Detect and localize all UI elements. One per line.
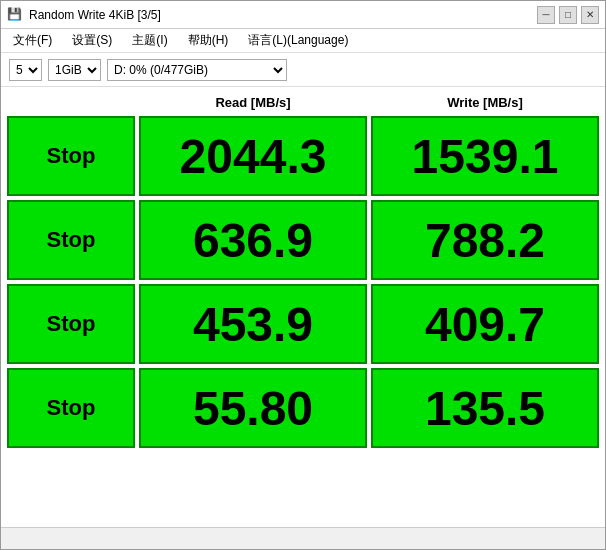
close-button[interactable]: ✕: [581, 6, 599, 24]
main-window: 💾 Random Write 4KiB [3/5] ─ □ ✕ 文件(F) 设置…: [0, 0, 606, 550]
stop-button-4[interactable]: Stop: [7, 368, 135, 448]
minimize-button[interactable]: ─: [537, 6, 555, 24]
maximize-button[interactable]: □: [559, 6, 577, 24]
menu-theme[interactable]: 主题(I): [124, 30, 175, 51]
drive-select[interactable]: D: 0% (0/477GiB): [107, 59, 287, 81]
header-row: Read [MB/s] Write [MB/s]: [7, 93, 599, 112]
read-value-2: 636.9: [139, 200, 367, 280]
menu-language[interactable]: 语言(L)(Language): [240, 30, 356, 51]
stop-button-1[interactable]: Stop: [7, 116, 135, 196]
titlebar-left: 💾 Random Write 4KiB [3/5]: [7, 7, 161, 23]
content-area: Read [MB/s] Write [MB/s] Stop 2044.3 153…: [1, 87, 605, 527]
write-value-1: 1539.1: [371, 116, 599, 196]
statusbar: [1, 527, 605, 549]
write-value-2: 788.2: [371, 200, 599, 280]
titlebar: 💾 Random Write 4KiB [3/5] ─ □ ✕: [1, 1, 605, 29]
write-header: Write [MB/s]: [371, 95, 599, 110]
queue-depth-select[interactable]: 5: [9, 59, 42, 81]
menubar: 文件(F) 设置(S) 主题(I) 帮助(H) 语言(L)(Language): [1, 29, 605, 53]
read-header: Read [MB/s]: [139, 95, 367, 110]
read-value-3: 453.9: [139, 284, 367, 364]
menu-file[interactable]: 文件(F): [5, 30, 60, 51]
stop-button-3[interactable]: Stop: [7, 284, 135, 364]
header-empty: [7, 95, 135, 110]
app-icon: 💾: [7, 7, 23, 23]
titlebar-controls[interactable]: ─ □ ✕: [537, 6, 599, 24]
menu-help[interactable]: 帮助(H): [180, 30, 237, 51]
data-row-4: Stop 55.80 135.5: [7, 368, 599, 448]
toolbar: 5 1GiB D: 0% (0/477GiB): [1, 53, 605, 87]
write-value-4: 135.5: [371, 368, 599, 448]
window-title: Random Write 4KiB [3/5]: [29, 8, 161, 22]
read-value-4: 55.80: [139, 368, 367, 448]
block-size-select[interactable]: 1GiB: [48, 59, 101, 81]
read-value-1: 2044.3: [139, 116, 367, 196]
data-row-2: Stop 636.9 788.2: [7, 200, 599, 280]
data-row-1: Stop 2044.3 1539.1: [7, 116, 599, 196]
menu-settings[interactable]: 设置(S): [64, 30, 120, 51]
stop-button-2[interactable]: Stop: [7, 200, 135, 280]
data-row-3: Stop 453.9 409.7: [7, 284, 599, 364]
write-value-3: 409.7: [371, 284, 599, 364]
